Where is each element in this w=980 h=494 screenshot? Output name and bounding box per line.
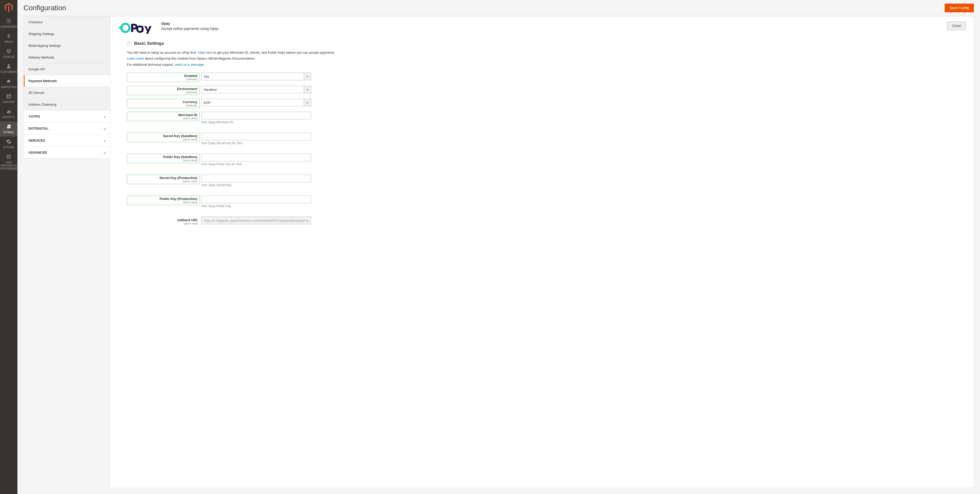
menu-section-dotdigital[interactable]: DOTDIGITAL⌵ [24,122,110,134]
svg-rect-15 [142,26,143,32]
opay-logo [118,21,157,34]
label-public-sandbox: Public Key (Sandbox) [store view] [127,154,200,163]
input-secret-prod[interactable] [201,175,311,182]
reports-icon [6,109,11,115]
config-menu: Checkout Shipping Settings Multishipping… [24,16,111,488]
admin-sidebar: DASHBOARD SALES CATALOG CUSTOMERS MARKET… [0,0,18,494]
nav-system[interactable]: SYSTEM [0,137,18,152]
dropdown-arrow-icon: ▾ [304,86,311,93]
page-title: Configuration [24,4,66,12]
page-header: Configuration Save Config [18,0,980,16]
config-panel: Opay Accept online payments using Opay. … [111,16,974,488]
menu-section-yotpo[interactable]: YOTPO⌵ [24,110,110,122]
menu-multishipping-settings[interactable]: Multishipping Settings [24,40,110,51]
provider-name: Opay [161,21,942,25]
link-learn-more[interactable]: Learn more [127,57,144,60]
svg-point-13 [138,27,142,31]
input-public-prod[interactable] [201,195,311,203]
link-send-message[interactable]: send us a message [175,63,204,67]
help-public-sandbox: Your Opay Public Key for Test [201,162,311,166]
svg-rect-6 [7,111,8,113]
nav-stores[interactable]: STORES [0,121,18,137]
menu-delivery-methods[interactable]: Delivery Methods [24,52,110,63]
input-merchant-id[interactable] [201,112,311,119]
menu-shipping-settings[interactable]: Shipping Settings [24,28,110,40]
svg-point-1 [8,21,9,21]
input-secret-sandbox[interactable] [201,133,311,140]
menu-google-api[interactable]: Google API [24,64,110,75]
chevron-down-icon: ⌵ [103,150,106,154]
help-public-prod: Your Opay Public Key [201,204,311,208]
dropdown-arrow-icon: ▾ [304,73,311,80]
svg-rect-9 [7,155,10,158]
chevron-down-icon: ⌵ [103,114,106,118]
label-enabled: Enabled [website] [127,73,200,82]
nav-reports[interactable]: REPORTS [0,106,18,121]
chevron-down-icon: ⌵ [103,138,106,143]
svg-rect-10 [8,156,10,158]
label-secret-sandbox: Secret Key (Sandbox) [store view] [127,133,200,142]
menu-3d-secure[interactable]: 3D Secure [24,87,110,98]
menu-address-cleansing[interactable]: Address Cleansing [24,99,110,110]
dashboard-icon [6,18,11,24]
svg-point-2 [8,64,10,66]
select-environment[interactable]: Sandbox ▾ [201,86,311,93]
select-currency[interactable]: EGP ▾ [201,99,311,106]
nav-partners[interactable]: FIND PARTNERS & EXTENSIONS [0,152,18,173]
help-secret-sandbox: Your Opay Secret Key for Test [201,141,311,145]
menu-section-advanced[interactable]: ADVANCED⌵ [24,146,110,158]
nav-customers[interactable]: CUSTOMERS [0,61,18,76]
section-basic-settings[interactable]: ⌃ Basic Settings [127,41,966,46]
partners-icon [6,154,11,160]
nav-marketing[interactable]: MARKETING [0,76,18,91]
link-click-here[interactable]: Click here [197,51,212,54]
sales-icon [6,33,11,40]
label-secret-prod: Secret Key (Production) [store view] [127,175,200,184]
system-icon [6,139,11,145]
collapse-icon: ⌃ [127,41,132,46]
dropdown-arrow-icon: ▾ [304,99,311,106]
provider-tagline: Accept online payments using Opay. [161,27,942,31]
intro-text: You will need to setup an account on oPa… [127,49,966,68]
input-public-sandbox[interactable] [201,154,311,161]
chevron-down-icon: ⌵ [103,126,106,130]
label-callback-url: callback URL [store view] [127,216,201,225]
close-button[interactable]: Close [947,21,966,30]
label-merchant-id: Merchant ID [store view] [127,112,200,121]
menu-payment-methods[interactable]: Payment Methods [25,75,110,87]
help-secret-prod: Your Opay Secret Key [201,183,311,187]
svg-rect-7 [8,110,9,113]
content-icon [6,94,11,100]
menu-section-services[interactable]: SERVICES⌵ [24,135,110,146]
nav-catalog[interactable]: CATALOG [0,46,18,61]
marketing-icon [6,79,11,85]
svg-rect-3 [7,95,11,98]
label-environment: Environment [website] [127,86,200,95]
menu-checkout[interactable]: Checkout [24,16,110,28]
stores-icon [6,124,11,130]
label-currency: Currency [website] [127,99,200,108]
save-config-button[interactable]: Save Config [945,3,974,12]
svg-rect-8 [10,111,10,113]
nav-content[interactable]: CONTENT [0,91,18,106]
catalog-icon [6,49,11,54]
help-merchant-id: Your Opay Merchant ID [201,121,311,124]
nav-sales[interactable]: SALES [0,31,18,46]
nav-dashboard[interactable]: DASHBOARD [0,15,18,31]
magento-logo[interactable] [0,0,18,15]
select-enabled[interactable]: Yes ▾ [201,73,311,80]
label-public-prod: Public Key (Production) [store view] [127,195,200,205]
input-callback-url [201,216,311,224]
customers-icon [6,64,11,70]
